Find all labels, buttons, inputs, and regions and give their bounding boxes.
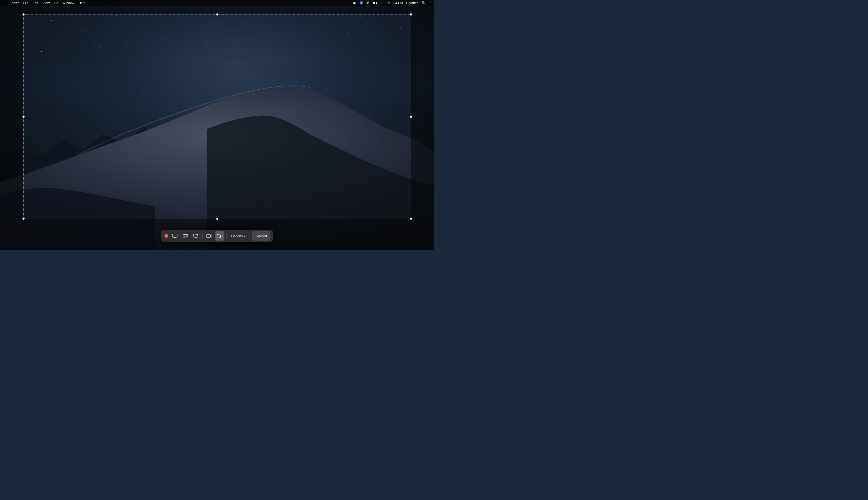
screen-content: × [0,6,434,250]
menubar-right: ⏺ ♿ ⌘ ▮▮▮ A Fri 3:24 PM Beatrice 🔍 ☰ [353,1,432,5]
handle-bottom-left[interactable] [22,218,24,220]
battery-icon[interactable]: ▮▮▮ [372,1,377,5]
handle-top-right[interactable] [410,13,412,15]
close-button[interactable]: × [165,234,168,238]
menubar-app-name[interactable]: Finder [9,1,19,5]
menubar-window[interactable]: Window [63,1,75,5]
handle-bottom-right[interactable] [410,218,412,220]
search-icon[interactable]: 🔍 [422,1,426,5]
record-selection-button[interactable] [215,231,224,241]
accessibility-icon[interactable]: ♿ [359,1,363,5]
svg-rect-21 [173,234,177,237]
svg-rect-27 [193,235,198,238]
dim-overlay-right [411,14,434,219]
handle-middle-left[interactable] [22,116,24,118]
capture-screen-button[interactable] [170,231,179,241]
record-button[interactable]: Record [252,231,271,241]
toolbar-separator-3 [250,233,250,239]
handle-top-middle[interactable] [216,13,218,15]
menubar-view[interactable]: View [42,1,49,5]
svg-rect-28 [207,235,210,238]
username[interactable]: Beatrice [406,1,419,5]
menubar-file[interactable]: File [23,1,29,5]
svg-rect-23 [174,238,176,238]
handle-middle-right[interactable] [410,116,412,118]
dim-overlay-left [0,14,23,219]
screen-recorder-icon[interactable]: ⏺ [353,1,356,5]
screen-recording-selection[interactable] [23,14,411,219]
handle-top-left[interactable] [22,13,24,15]
datetime[interactable]: Fri 3:24 PM [386,1,403,5]
input-method-icon[interactable]: A [380,1,382,5]
handle-bottom-middle[interactable] [216,218,218,220]
options-chevron-icon: ▾ [244,235,245,238]
dim-overlay-top [0,6,434,14]
menubar-help[interactable]: Help [79,1,86,5]
notification-icon[interactable]: ☰ [429,1,432,5]
apple-menu[interactable]:  [2,1,3,5]
svg-rect-29 [217,235,221,238]
screenshot-toolbar: × [161,230,273,242]
menubar:  Finder File Edit View Go Window Help ⏺… [0,0,434,6]
capture-window-button[interactable] [180,231,190,241]
wifi-icon[interactable]: ⌘ [366,1,369,5]
menubar-left:  Finder File Edit View Go Window Help [2,1,86,5]
menubar-go[interactable]: Go [54,1,58,5]
menubar-edit[interactable]: Edit [33,1,38,5]
record-screen-button[interactable] [204,231,214,241]
options-label: Options [231,234,243,238]
options-button[interactable]: Options ▾ [229,231,248,241]
capture-selection-button[interactable] [191,231,200,241]
